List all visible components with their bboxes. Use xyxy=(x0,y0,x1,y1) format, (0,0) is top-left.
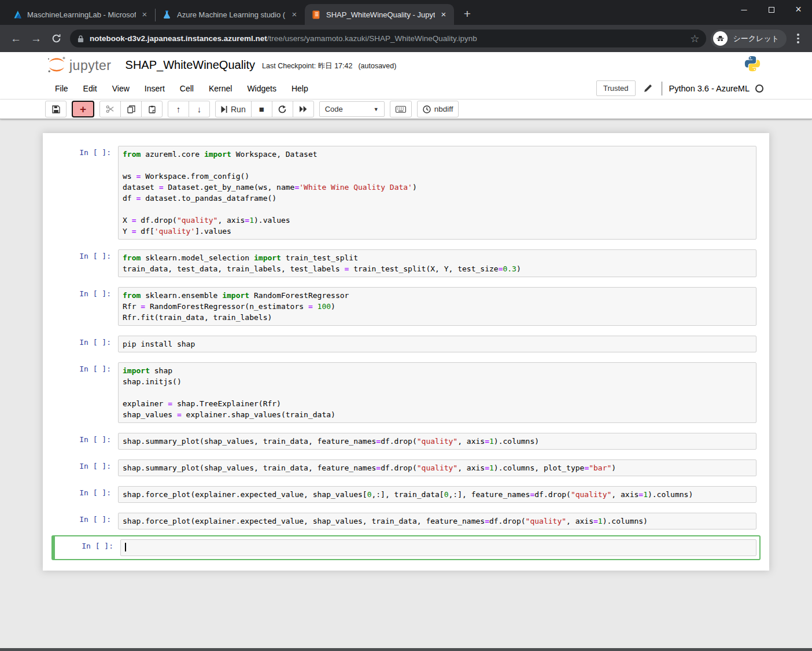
notebook-cell[interactable]: In [ ]:import shap shap.initjs() explain… xyxy=(51,358,761,427)
save-button[interactable] xyxy=(45,101,67,117)
fast-forward-icon xyxy=(300,106,307,112)
cut-cell-button[interactable] xyxy=(99,101,121,117)
back-button[interactable]: ← xyxy=(7,30,25,47)
azure-ml-logo-icon xyxy=(162,10,172,20)
run-label: Run xyxy=(231,105,246,114)
cell-code-input[interactable]: shap.summary_plot(shap_values, train_dat… xyxy=(118,433,756,450)
close-tab-icon[interactable]: × xyxy=(289,9,300,20)
address-bar[interactable]: notebook-d3v2.japaneast.instances.azurem… xyxy=(70,30,706,47)
keyboard-icon xyxy=(396,106,406,113)
jupyter-logo[interactable]: jupyter xyxy=(46,56,112,73)
cell-input-prompt: In [ ]: xyxy=(56,433,118,450)
restart-run-all-button[interactable] xyxy=(293,101,314,117)
notebook-menubar: FileEditViewInsertCellKernelWidgetsHelp … xyxy=(0,78,812,100)
forward-button[interactable]: → xyxy=(27,30,45,47)
notebook-cell[interactable]: In [ ]:shap.summary_plot(shap_values, tr… xyxy=(51,429,761,454)
move-cell-up-button[interactable]: ↑ xyxy=(168,101,189,117)
kernel-idle-icon xyxy=(755,84,763,93)
cell-code-input[interactable]: shap.force_plot(explainer.expected_value… xyxy=(118,513,756,529)
menu-item-insert[interactable]: Insert xyxy=(137,79,172,98)
cell-input-prompt: In [ ]: xyxy=(56,459,118,476)
new-tab-button[interactable]: + xyxy=(459,6,476,23)
close-window-button[interactable]: × xyxy=(785,0,812,19)
notebook-cell[interactable]: In [ ]:shap.summary_plot(shap_values, tr… xyxy=(51,455,761,480)
menu-item-cell[interactable]: Cell xyxy=(172,79,201,98)
jupyter-notebook-logo-icon xyxy=(311,10,321,20)
cell-code-input[interactable] xyxy=(120,539,756,556)
browser-tab-strip: MaschineLearningLab - Microsof × Azure M… xyxy=(0,0,812,25)
menu-item-kernel[interactable]: Kernel xyxy=(201,79,239,98)
autosave-status: (autosaved) xyxy=(358,60,396,70)
move-cell-down-button[interactable]: ↓ xyxy=(189,101,210,117)
edit-title-button[interactable] xyxy=(644,84,652,93)
cell-code-input[interactable]: import shap shap.initjs() explainer = sh… xyxy=(118,362,756,423)
notebook-cell[interactable]: In [ ]:shap.force_plot(explainer.expecte… xyxy=(51,509,761,534)
cell-code-input[interactable]: pip install shap xyxy=(118,336,756,352)
scissors-icon xyxy=(106,105,115,113)
add-cell-button[interactable]: + xyxy=(72,101,94,117)
jupyter-logo-icon xyxy=(46,56,67,73)
notebook-cell[interactable]: In [ ]:from azureml.core import Workspac… xyxy=(51,142,761,244)
save-icon xyxy=(52,105,60,113)
close-tab-icon[interactable]: × xyxy=(139,9,150,20)
notebook-title[interactable]: SHAP_WhiteWineQuality xyxy=(126,58,256,72)
notebook-cell[interactable]: In [ ]:from sklearn.model_selection impo… xyxy=(51,245,761,281)
tab-azure-ml-studio[interactable]: Azure Machine Learning studio ( × xyxy=(156,4,305,25)
cell-code-input[interactable]: shap.force_plot(explainer.expected_value… xyxy=(118,486,756,503)
notebook-container: In [ ]:from azureml.core import Workspac… xyxy=(43,133,769,571)
tab-title: Azure Machine Learning studio ( xyxy=(177,10,286,19)
tab-azure-portal[interactable]: MaschineLearningLab - Microsof × xyxy=(6,4,155,25)
bookmark-star-icon[interactable]: ☆ xyxy=(690,32,699,45)
browser-url-bar: ← → notebook-d3v2.japaneast.instances.az… xyxy=(0,25,812,52)
window-controls: ─ × xyxy=(730,0,812,19)
incognito-badge: シークレット xyxy=(711,30,787,48)
menu-item-help[interactable]: Help xyxy=(284,79,316,98)
restart-icon xyxy=(278,105,286,113)
cell-input-prompt: In [ ]: xyxy=(56,287,118,326)
cell-code-input[interactable]: shap.summary_plot(shap_values, train_dat… xyxy=(118,459,756,476)
menubar-right: Trusted Python 3.6 - AzureML xyxy=(596,80,763,96)
stop-kernel-button[interactable]: ■ xyxy=(251,101,272,117)
close-tab-icon[interactable]: × xyxy=(438,9,449,20)
azure-logo-icon xyxy=(12,10,22,20)
minimize-window-button[interactable]: ─ xyxy=(730,0,758,19)
paste-cell-button[interactable] xyxy=(141,101,163,117)
checkpoint-status: Last Checkpoint: 昨日 17:42 xyxy=(262,59,352,71)
incognito-label: シークレット xyxy=(733,34,779,44)
menu-item-view[interactable]: View xyxy=(105,79,137,98)
kernel-name: Python 3.6 - AzureML xyxy=(669,84,750,93)
lock-icon xyxy=(77,35,84,43)
run-cell-button[interactable]: Run xyxy=(215,101,252,117)
menu-item-file[interactable]: File xyxy=(47,79,76,98)
taskbar-edge xyxy=(0,648,812,651)
maximize-window-button[interactable] xyxy=(758,0,785,19)
notebook-toolbar: + ↑ ↓ Run ■ Code ▼ xyxy=(0,100,812,119)
nbdiff-button[interactable]: nbdiff xyxy=(417,101,459,117)
cell-code-input[interactable]: from sklearn.model_selection import trai… xyxy=(118,249,756,277)
cell-input-prompt: In [ ]: xyxy=(56,249,118,277)
copy-cell-button[interactable] xyxy=(120,101,142,117)
tab-jupyter-notebook[interactable]: SHAP_WhiteWineQuality - Jupyte × xyxy=(305,4,454,25)
command-palette-button[interactable] xyxy=(390,101,412,117)
notebook-cell[interactable]: In [ ]:shap.force_plot(explainer.expecte… xyxy=(51,482,761,507)
menu-item-widgets[interactable]: Widgets xyxy=(239,79,284,98)
menu-item-edit[interactable]: Edit xyxy=(76,79,105,98)
divider xyxy=(662,82,662,95)
url-domain: notebook-d3v2.japaneast.instances.azurem… xyxy=(90,34,267,43)
cell-type-dropdown[interactable]: Code ▼ xyxy=(319,101,385,117)
notebook-cell-selected[interactable]: In [ ]: xyxy=(51,535,761,560)
cell-code-input[interactable]: from sklearn.ensemble import RandomFores… xyxy=(118,287,756,326)
maximize-icon xyxy=(769,7,774,13)
notebook-cell[interactable]: In [ ]:from sklearn.ensemble import Rand… xyxy=(51,283,761,330)
reload-button[interactable] xyxy=(47,30,65,47)
notebook-scroll-area[interactable]: In [ ]:from azureml.core import Workspac… xyxy=(0,119,812,651)
nbdiff-label: nbdiff xyxy=(434,105,453,113)
trusted-button[interactable]: Trusted xyxy=(596,80,636,96)
clock-icon xyxy=(423,105,431,113)
restart-kernel-button[interactable] xyxy=(272,101,293,117)
cell-code-input[interactable]: from azureml.core import Workspace, Data… xyxy=(118,146,756,240)
down-arrow-icon: ↓ xyxy=(197,104,202,114)
notebook-cell[interactable]: In [ ]:pip install shap xyxy=(51,332,761,356)
url-text: notebook-d3v2.japaneast.instances.azurem… xyxy=(90,34,685,43)
browser-menu-button[interactable] xyxy=(792,34,804,43)
